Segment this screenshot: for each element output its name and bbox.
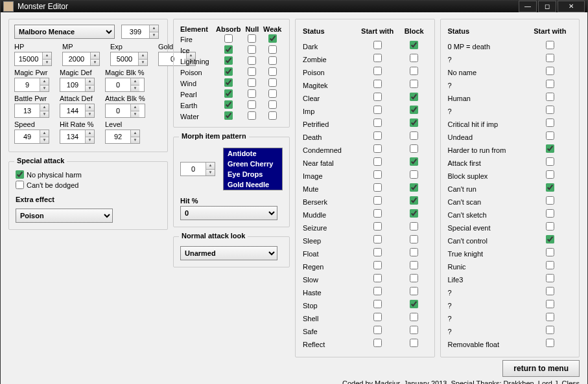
absorb-checkbox[interactable] [224, 100, 233, 109]
block-checkbox[interactable] [410, 119, 418, 127]
spin-up-icon[interactable]: ▲ [130, 130, 139, 137]
start-with-checkbox[interactable] [373, 326, 382, 334]
start-with-checkbox[interactable] [373, 248, 382, 256]
block-checkbox[interactable] [410, 196, 418, 205]
start-with-checkbox[interactable] [546, 300, 554, 308]
absorb-checkbox[interactable] [224, 78, 233, 87]
start-with-checkbox[interactable] [546, 144, 554, 153]
null-checkbox[interactable] [248, 89, 256, 98]
magicDef-input[interactable] [60, 78, 85, 91]
spin-down-icon[interactable]: ▼ [42, 60, 51, 66]
block-checkbox[interactable] [410, 106, 418, 114]
spin-down-icon[interactable]: ▼ [130, 137, 139, 144]
spin-down-icon[interactable]: ▼ [85, 111, 94, 118]
start-with-checkbox[interactable] [373, 144, 382, 153]
spin-up-icon[interactable]: ▲ [206, 163, 215, 170]
maximize-button[interactable]: ◻ [538, 1, 556, 12]
start-with-checkbox[interactable] [373, 235, 382, 243]
magicPwr-input[interactable] [15, 78, 40, 91]
block-checkbox[interactable] [410, 339, 418, 347]
close-button[interactable]: ✕ [558, 1, 585, 12]
monster-id-input[interactable] [122, 25, 149, 38]
speed-spinner[interactable]: ▲▼ [14, 130, 49, 144]
mp-input[interactable] [63, 52, 90, 65]
absorb-checkbox[interactable] [224, 89, 233, 98]
absorb-checkbox[interactable] [224, 34, 233, 43]
exp-input[interactable] [111, 52, 138, 65]
hp-input[interactable] [15, 52, 42, 65]
morph-item[interactable]: Gold Needle [224, 179, 282, 190]
cant-be-dodged-checkbox[interactable] [16, 181, 24, 189]
start-with-checkbox[interactable] [373, 157, 382, 166]
start-with-checkbox[interactable] [546, 196, 554, 205]
absorb-checkbox[interactable] [224, 67, 233, 76]
magicBlk-spinner[interactable]: ▲▼ [105, 78, 145, 92]
start-with-checkbox[interactable] [546, 222, 554, 231]
spin-up-icon[interactable]: ▲ [130, 78, 139, 85]
null-checkbox[interactable] [248, 111, 256, 120]
weak-checkbox[interactable] [268, 56, 277, 65]
start-with-checkbox[interactable] [373, 119, 382, 127]
block-checkbox[interactable] [410, 144, 418, 153]
no-physical-harm-checkbox[interactable] [16, 170, 24, 179]
start-with-checkbox[interactable] [373, 54, 382, 62]
start-with-checkbox[interactable] [373, 170, 382, 179]
battlePwr-input[interactable] [15, 104, 40, 117]
start-with-checkbox[interactable] [373, 80, 382, 88]
start-with-checkbox[interactable] [546, 119, 554, 127]
monster-id-spinner[interactable]: ▲▼ [121, 25, 159, 39]
block-checkbox[interactable] [410, 209, 418, 218]
hp-spinner[interactable]: ▲▼ [14, 52, 52, 66]
block-checkbox[interactable] [410, 170, 418, 179]
block-checkbox[interactable] [410, 93, 418, 101]
start-with-checkbox[interactable] [546, 274, 554, 282]
start-with-checkbox[interactable] [373, 196, 382, 205]
start-with-checkbox[interactable] [546, 54, 554, 62]
start-with-checkbox[interactable] [546, 287, 554, 295]
block-checkbox[interactable] [410, 157, 418, 166]
spin-up-icon[interactable]: ▲ [149, 25, 158, 32]
null-checkbox[interactable] [248, 34, 256, 43]
spin-down-icon[interactable]: ▼ [85, 85, 94, 92]
block-checkbox[interactable] [410, 261, 418, 269]
morph-item[interactable]: Green Cherry [224, 159, 282, 169]
start-with-checkbox[interactable] [546, 183, 554, 192]
morph-item-list[interactable]: AntidoteGreen CherryEye DropsGold Needle [223, 148, 283, 190]
start-with-checkbox[interactable] [546, 339, 554, 347]
null-checkbox[interactable] [248, 45, 256, 54]
battlePwr-spinner[interactable]: ▲▼ [14, 104, 49, 118]
spin-up-icon[interactable]: ▲ [42, 52, 51, 60]
magicDef-spinner[interactable]: ▲▼ [60, 78, 95, 92]
block-checkbox[interactable] [410, 67, 418, 75]
start-with-checkbox[interactable] [373, 131, 382, 140]
start-with-checkbox[interactable] [373, 339, 382, 347]
extra-effect-select[interactable]: Poison [16, 209, 113, 223]
start-with-checkbox[interactable] [546, 157, 554, 166]
start-with-checkbox[interactable] [546, 41, 554, 49]
hit-percent-select[interactable]: 0 [180, 206, 277, 220]
normal-attack-select[interactable]: Unarmed [180, 246, 277, 260]
start-with-checkbox[interactable] [373, 209, 382, 218]
spin-down-icon[interactable]: ▼ [206, 170, 215, 176]
spin-up-icon[interactable]: ▲ [85, 104, 94, 111]
level-input[interactable] [106, 130, 130, 143]
spin-up-icon[interactable]: ▲ [40, 104, 49, 111]
absorb-checkbox[interactable] [224, 45, 233, 54]
spin-down-icon[interactable]: ▼ [85, 137, 94, 144]
hitRate-input[interactable] [60, 130, 85, 143]
spin-up-icon[interactable]: ▲ [85, 130, 94, 137]
start-with-checkbox[interactable] [373, 67, 382, 75]
minimize-button[interactable]: — [519, 1, 537, 12]
spin-up-icon[interactable]: ▲ [130, 104, 139, 111]
start-with-checkbox[interactable] [373, 300, 382, 308]
magicPwr-spinner[interactable]: ▲▼ [14, 78, 49, 92]
attackDef-spinner[interactable]: ▲▼ [60, 104, 95, 118]
null-checkbox[interactable] [248, 67, 256, 76]
block-checkbox[interactable] [410, 131, 418, 140]
start-with-checkbox[interactable] [373, 261, 382, 269]
exp-spinner[interactable]: ▲▼ [110, 52, 148, 66]
spin-down-icon[interactable]: ▼ [40, 137, 49, 144]
hitRate-spinner[interactable]: ▲▼ [60, 130, 95, 144]
absorb-checkbox[interactable] [224, 111, 233, 120]
weak-checkbox[interactable] [268, 111, 277, 120]
